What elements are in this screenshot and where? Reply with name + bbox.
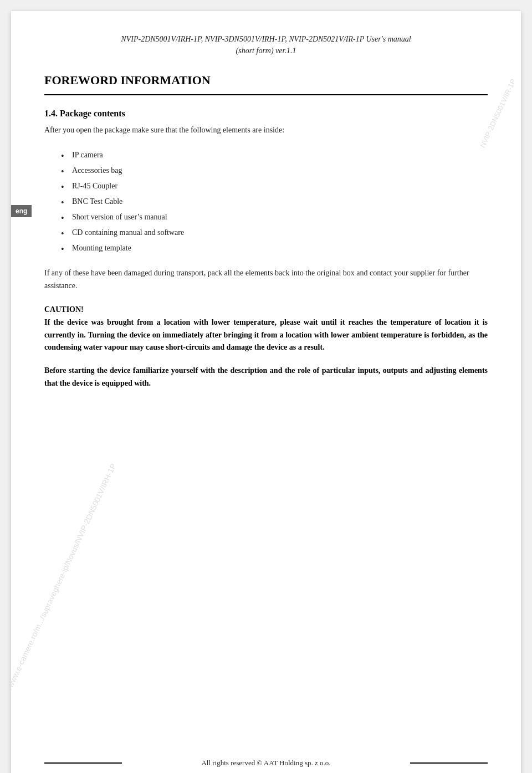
list-item: BNC Test Cable — [61, 194, 488, 209]
header-title-line1: NVIP-2DN5001V/IRH-1P, NVIP-3DN5001V/IRH-… — [44, 33, 488, 45]
list-item: Accessories bag — [61, 163, 488, 178]
caution-text: If the device was brought from a locatio… — [44, 316, 488, 354]
page: eng http://www.e-camere.ro/m.../supraveg… — [11, 11, 521, 773]
bullet-list: IP camera Accessories bag RJ-45 Coupler … — [61, 147, 488, 256]
footer: All rights reserved © AAT Holding sp. z … — [44, 759, 488, 767]
list-item: Short version of user’s manual — [61, 209, 488, 225]
list-item: RJ-45 Coupler — [61, 178, 488, 194]
footer-copyright: All rights reserved © AAT Holding sp. z … — [201, 759, 330, 767]
caution-label: CAUTION! — [44, 305, 488, 314]
page-number: 8 — [11, 771, 521, 773]
header-title-line2: (short form) ver.1.1 — [44, 45, 488, 57]
foreword-title: FOREWORD INFORMATION — [44, 73, 488, 88]
list-item: CD containing manual and software — [61, 225, 488, 240]
before-text: Before starting the device familiarize y… — [44, 365, 488, 390]
damage-text: If any of these have been damaged during… — [44, 267, 488, 292]
footer-line-right — [410, 762, 488, 764]
side-label: eng — [11, 205, 32, 217]
section-heading: 1.4. Package contents — [44, 109, 488, 119]
caution-section: CAUTION! If the device was brought from … — [44, 305, 488, 354]
intro-text: After you open the package make sure tha… — [44, 124, 488, 136]
watermark-left: http://www.e-camere.ro/m.../supraveghere… — [11, 462, 118, 707]
page-header: NVIP-2DN5001V/IRH-1P, NVIP-3DN5001V/IRH-… — [44, 33, 488, 57]
footer-line-left — [44, 762, 122, 764]
list-item: Mounting template — [61, 240, 488, 256]
list-item: IP camera — [61, 147, 488, 163]
top-divider — [44, 94, 488, 95]
